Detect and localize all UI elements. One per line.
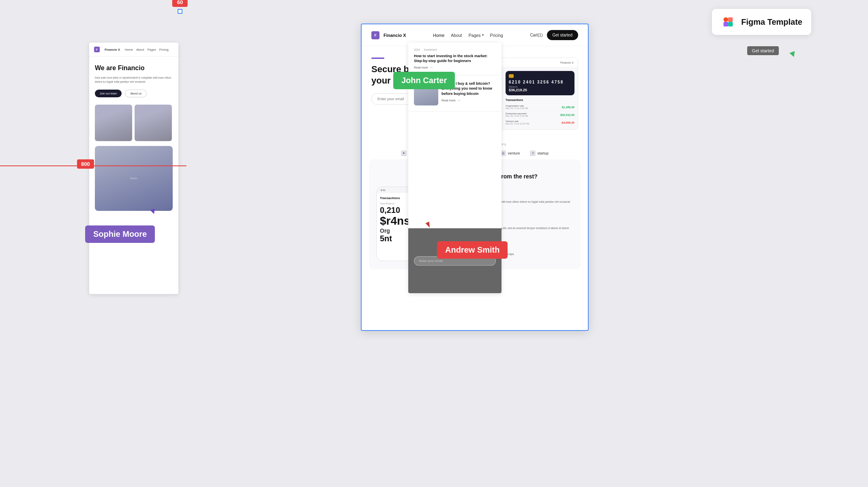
venture-label: venture	[508, 151, 520, 155]
startup-label: startup	[538, 151, 549, 155]
left-body: We are Financio Duis aute irure dolor in…	[89, 57, 178, 218]
left-nav-pricing[interactable]: Pricing	[159, 48, 169, 51]
nametag-andrew: Andrew Smith	[437, 241, 508, 259]
rf-meta-1: 2024 Investment	[414, 48, 496, 51]
left-desc: Duis aute irure dolor in reprehenderit i…	[95, 76, 173, 84]
person-silhouette-1	[95, 105, 132, 141]
cursor-left	[151, 209, 156, 214]
tx-title: Transactions	[506, 99, 574, 101]
left-frame: F Financio X Home About Pages Pricing We…	[89, 43, 178, 294]
cursor-right	[426, 222, 431, 228]
mf-logo-mark: F	[371, 31, 379, 39]
card-balance-row: Balance $36,219.25	[509, 86, 571, 92]
left-about-btn[interactable]: About us	[125, 90, 147, 97]
tx-amount-3: -$4,608.00	[561, 121, 574, 124]
cursor-left-arrow-icon	[150, 208, 156, 215]
nametag-sophie: Sophie Moore	[85, 225, 155, 243]
left-logo-text: Financio X	[105, 48, 120, 51]
tx-date-3: May 25, 24 at 12:32 PM	[506, 122, 529, 125]
figma-icon	[721, 15, 735, 29]
nav-cart[interactable]: Cart(1)	[530, 33, 542, 37]
rf-email-area	[408, 228, 502, 293]
balance-amount: $36,219.25	[509, 88, 527, 92]
tx-name-3: Venture ads May 25, 24 at 12:32 PM	[506, 120, 529, 125]
brand-venture: ◎ venture	[500, 150, 520, 156]
dash-tab-1[interactable]: Financio X	[560, 61, 574, 64]
tx-amount-1: $1,459.00	[562, 106, 574, 109]
mf-nav-links: Home About Pages ▾ Pricing	[433, 33, 503, 38]
dash-card: 6210 2401 3256 4758 Balance $36,219.25	[506, 71, 574, 95]
phone-time: 9:41	[381, 189, 386, 191]
left-nav-about[interactable]: About	[136, 48, 144, 51]
figma-cursor	[790, 52, 796, 57]
left-btns: Join our team About us	[95, 90, 173, 97]
dash-main: 6210 2401 3256 4758 Balance $36,219.25 T…	[502, 68, 578, 129]
left-nav-home[interactable]: Home	[125, 48, 133, 51]
tx-date-1: May 28, 24 at 2:08 PM	[506, 107, 528, 109]
tx-row-2: Enterprise payment May 28, 24 at 1:24 PM…	[506, 111, 574, 119]
card-number: 6210 2401 3256 4758	[509, 80, 571, 84]
dash-tabs: Financio X	[560, 61, 574, 64]
rf-read-more-1[interactable]: Read more →	[414, 66, 496, 69]
tx-name-1: Organization ads May 28, 24 at 2:08 PM	[506, 105, 528, 109]
handle-br[interactable]	[178, 9, 182, 14]
tx-row-1: Organization ads May 28, 24 at 2:08 PM $…	[506, 103, 574, 111]
left-nav-pages[interactable]: Pages	[148, 48, 156, 51]
tx-row-3: Venture ads May 25, 24 at 12:32 PM -$4,6…	[506, 119, 574, 126]
nametag-john: John Carter	[393, 72, 455, 89]
left-join-btn[interactable]: Join our team	[95, 90, 122, 97]
width-badge: 60	[172, 0, 188, 7]
figma-get-started-label: Get started	[747, 46, 779, 55]
left-img-1	[95, 105, 132, 141]
rf-read-more-2[interactable]: Read more →	[442, 99, 496, 102]
svg-point-4	[728, 22, 733, 26]
left-nav-links: Home About Pages Pricing	[125, 48, 169, 51]
left-logo-mark: F	[94, 47, 100, 52]
card-balance-section: Balance $36,219.25	[509, 86, 527, 92]
figma-badge: Figma Template	[712, 9, 811, 35]
left-img-2	[135, 105, 172, 141]
team-photo-placeholder: team	[95, 146, 173, 211]
rf-read-more-text-2: Read more	[442, 99, 456, 102]
rf-article-1: 2024 Investment How to start investing i…	[408, 43, 502, 75]
svg-rect-0	[724, 17, 728, 22]
rf-title-1: How to start investing in the stock mark…	[414, 54, 496, 63]
person-silhouette-2	[135, 105, 172, 141]
svg-rect-2	[724, 22, 728, 26]
ruler-label: 800	[77, 159, 94, 169]
rf-category-1: Investment	[424, 48, 437, 51]
pages-chevron-icon: ▾	[482, 33, 484, 37]
left-title: We are Financio	[95, 64, 173, 72]
figma-label: Figma Template	[741, 17, 802, 27]
rf-read-more-text-1: Read more	[414, 66, 428, 69]
nav-home[interactable]: Home	[433, 33, 444, 38]
enterprise-icon: ✦	[401, 150, 407, 156]
nav-pricing[interactable]: Pricing	[490, 33, 503, 38]
nav-about[interactable]: About	[451, 33, 462, 38]
rf-arrow-icon-2: →	[457, 99, 461, 102]
hero-accent	[371, 58, 384, 59]
left-images	[95, 105, 173, 141]
card-chip-icon	[509, 74, 514, 78]
figma-cursor-arrow-icon	[789, 51, 797, 58]
startup-icon: ↗	[530, 150, 536, 156]
rf-arrow-icon-1: →	[430, 66, 433, 69]
left-team-photo: team	[95, 146, 173, 211]
brand-startup: ↗ startup	[530, 150, 549, 156]
svg-rect-1	[728, 17, 733, 22]
mf-nav-right: Cart(1) Get started	[530, 30, 578, 40]
mf-logo-text: Financio X	[384, 33, 406, 38]
nav-get-started-btn[interactable]: Get started	[547, 30, 578, 40]
tx-date-2: May 28, 24 at 1:24 PM	[506, 115, 528, 117]
nav-pages[interactable]: Pages ▾	[469, 33, 484, 38]
mf-nav-left: F Financio X	[371, 31, 406, 39]
rf-date-1: 2024	[414, 48, 420, 51]
tx-amount-2: $30,510.00	[560, 114, 574, 116]
tx-name-2: Enterprise payment May 28, 24 at 1:24 PM	[506, 112, 528, 117]
left-nav: F Financio X Home About Pages Pricing	[89, 43, 178, 57]
